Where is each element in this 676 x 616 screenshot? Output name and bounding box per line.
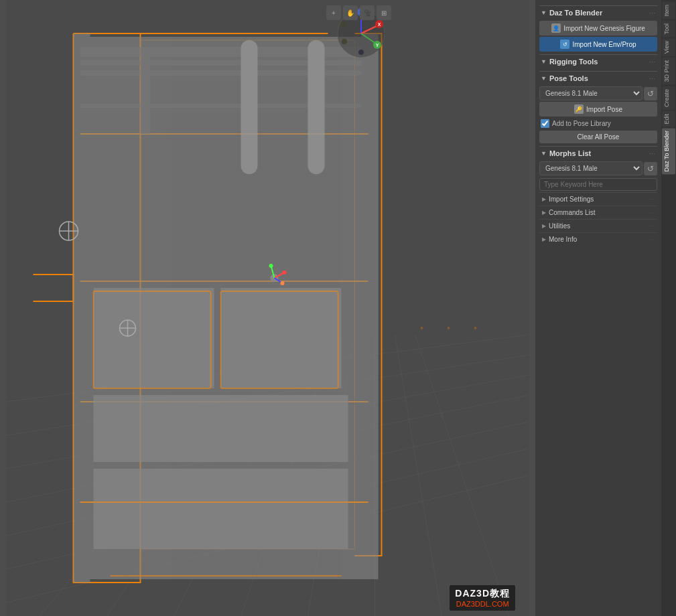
rigging-tools-header[interactable]: ▼ Rigging Tools ··· [539,54,657,68]
watermark: DAZ3D教程 DAZ3DDL.COM [450,585,515,611]
refresh-genesis-button[interactable]: ↺ [644,87,657,100]
svg-point-54 [281,281,285,285]
tab-create[interactable]: Create [662,86,675,110]
tab-tool[interactable]: Tool [662,21,675,37]
svg-point-53 [269,264,273,268]
tab-item[interactable]: Item [662,2,675,19]
svg-point-70 [342,39,347,44]
svg-point-71 [340,21,346,27]
morphs-list-label: Morphs List [549,149,591,157]
tab-edit[interactable]: Edit [662,111,675,127]
svg-rect-39 [94,469,348,549]
svg-point-16 [421,327,423,329]
far-right-tabs: Item Tool View 3D Print Create Edit Daz … [661,0,676,616]
commands-list-label: Commands List [549,209,648,216]
3d-scene [0,0,535,616]
morphs-arrow: ▼ [541,150,547,157]
genesis-morph-select[interactable]: Genesis 8.1 Male [539,161,643,175]
add-to-pose-library-label: Add to Pose Library [552,120,611,127]
commands-list-arrow: ▶ [542,210,546,216]
utilities-label: Utilities [549,222,648,230]
pose-tools-header[interactable]: ▼ Pose Tools ··· [539,71,657,85]
svg-rect-37 [221,288,342,388]
svg-point-52 [283,271,287,275]
panel-title: Daz To Blender [549,9,602,17]
keyword-input[interactable] [539,178,657,191]
svg-point-18 [474,327,477,329]
daz-to-blender-header[interactable]: ▼ Daz To Blender ··· [539,5,657,19]
camera-icon[interactable]: 🎥 [360,5,375,20]
viewport[interactable]: Z X Y + ✋ 🎥 ⊞ DAZ3D教程 D [0,0,535,616]
refresh-morph-button[interactable]: ↺ [644,162,657,175]
right-panel: ▼ Daz To Blender ··· 👤 Import New Genesi… [535,0,676,616]
import-genesis-button[interactable]: 👤 Import New Genesis Figure [539,21,657,35]
more-info-arrow: ▶ [542,236,546,242]
svg-rect-36 [94,288,214,388]
svg-text:Y: Y [376,43,379,48]
import-settings-arrow: ▶ [542,196,546,202]
genesis-dropdown-row: Genesis 8.1 Male ↺ [539,86,657,100]
rigging-tools-label: Rigging Tools [549,58,598,66]
genesis-select[interactable]: Genesis 8.1 Male [539,86,643,100]
import-env-icon: ↺ [560,40,569,49]
utilities-arrow: ▶ [542,223,546,229]
more-info-item[interactable]: ▶ More Info ··· [539,232,657,246]
watermark-line1: DAZ3D教程 [455,588,510,600]
tab-3dprint[interactable]: 3D Print [662,58,675,85]
rigging-arrow: ▼ [541,58,547,65]
utilities-item[interactable]: ▶ Utilities ··· [539,219,657,232]
svg-rect-40 [241,40,258,174]
tab-view[interactable]: View [662,38,675,56]
header-arrow: ▼ [541,9,547,16]
grid-icon[interactable]: ⊞ [377,5,391,20]
import-settings-label: Import Settings [549,196,648,203]
import-genesis-icon: 👤 [551,23,561,33]
svg-rect-38 [94,395,348,462]
more-info-label: More Info [549,236,648,243]
hand-icon[interactable]: ✋ [343,5,358,20]
import-pose-icon: 🔑 [574,104,584,114]
viewport-background: Z X Y + ✋ 🎥 ⊞ [0,0,535,616]
import-settings-item[interactable]: ▶ Import Settings ··· [539,192,657,206]
svg-point-17 [448,327,450,329]
svg-rect-28 [362,33,379,556]
morphs-list-header[interactable]: ▼ Morphs List ··· [539,146,657,160]
pose-arrow: ▼ [541,75,547,82]
genesis-morph-dropdown-row: Genesis 8.1 Male ↺ [539,161,657,175]
watermark-line2: DAZ3DDL.COM [455,600,510,608]
zoom-icon[interactable]: + [326,5,341,20]
svg-text:X: X [378,22,381,27]
tab-daz-to-blender[interactable]: Daz To Blender [662,128,675,174]
add-to-pose-library-row: Add to Pose Library [539,119,657,129]
commands-list-item[interactable]: ▶ Commands List ··· [539,206,657,219]
svg-rect-27 [74,33,90,583]
clear-all-pose-button[interactable]: Clear All Pose [539,131,657,143]
svg-point-69 [358,50,364,55]
import-env-button[interactable]: ↺ Import New Env/Prop [539,37,657,52]
add-to-pose-library-checkbox[interactable] [541,119,549,128]
svg-rect-41 [308,40,325,174]
pose-tools-label: Pose Tools [549,74,588,82]
panel-content: ▼ Daz To Blender ··· 👤 Import New Genesi… [535,0,661,616]
svg-rect-31 [141,54,151,134]
import-pose-button[interactable]: 🔑 Import Pose [539,102,657,117]
